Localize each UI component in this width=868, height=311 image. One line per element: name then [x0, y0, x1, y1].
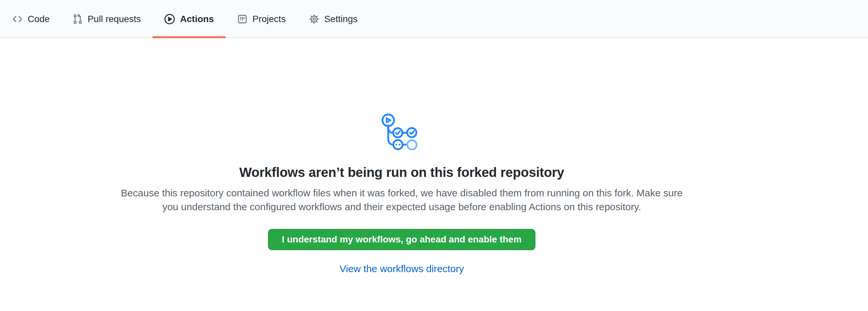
actions-disabled-page: Workflows aren’t being run on this forke… — [0, 112, 803, 274]
enable-workflows-button[interactable]: I understand my workflows, go ahead and … — [268, 229, 535, 250]
tab-label: Pull requests — [88, 14, 141, 24]
tab-pull-requests[interactable]: Pull requests — [61, 0, 152, 38]
play-circle-icon — [164, 13, 175, 25]
repo-tab-nav: Code Pull requests Actions — [0, 0, 868, 38]
tab-actions[interactable]: Actions — [152, 0, 225, 38]
page-description: Because this repository contained workfl… — [117, 186, 687, 214]
view-workflows-directory-link[interactable]: View the workflows directory — [0, 263, 803, 274]
code-icon — [12, 14, 23, 24]
project-board-icon — [237, 14, 248, 24]
tab-label: Settings — [324, 14, 358, 24]
tab-label: Projects — [253, 14, 286, 24]
tab-settings[interactable]: Settings — [297, 0, 369, 38]
workflow-graph-icon — [382, 112, 422, 151]
tab-code[interactable]: Code — [1, 0, 61, 38]
page-title: Workflows aren’t being run on this forke… — [0, 164, 803, 180]
tab-projects[interactable]: Projects — [225, 0, 297, 38]
tab-label: Code — [28, 14, 50, 24]
gear-icon — [309, 14, 319, 24]
tab-label: Actions — [180, 14, 214, 24]
git-pull-request-icon — [73, 14, 83, 24]
